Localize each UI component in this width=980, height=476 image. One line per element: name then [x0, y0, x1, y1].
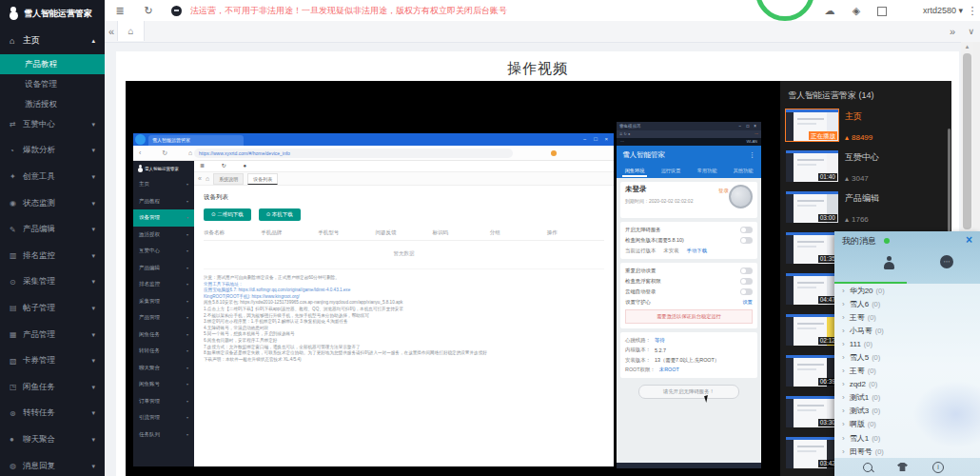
guard-row: 设置守护心 设置 [625, 297, 753, 307]
snowman-logo-icon [8, 7, 19, 21]
info-row: 心跳线路： 等待 [625, 335, 753, 346]
sidebar-item-label: 创意工具 [23, 171, 55, 183]
tabs-collapse-icon[interactable]: ∨ [968, 21, 974, 42]
message-icon[interactable] [171, 6, 182, 16]
contact-row[interactable]: › 华为20 (0) [834, 284, 980, 297]
table-header-cell: 标识码 [433, 229, 490, 236]
sidebar-item[interactable]: ◔ 爆款分析 ▾ [0, 138, 105, 165]
download-buttons: ⊙ 二维码下载 ⊙ 本机下载 [204, 208, 604, 221]
sidebar-item-label: 采集管理 [23, 276, 55, 288]
sidebar-item[interactable]: ✦ 创意工具 ▾ [0, 164, 105, 190]
sidebar-item[interactable]: ⊛ 转转任务 ▾ [0, 401, 105, 427]
chevron-right-icon: › [842, 380, 845, 388]
contact-list: › 华为20 (0) › 雪人6 (0) › 王哥 (0) › 小马哥 (0) … [834, 284, 980, 458]
browser-nav-icons: ‹ ↻ ⌂ [139, 146, 202, 160]
tab-home[interactable]: ⌂ [117, 21, 145, 41]
browser-app-content: ≣ ↻ ● « ⌂ 系统说明 设备列表 设备列表 ⊙ [194, 161, 614, 466]
scroll-up-icon[interactable]: ▴ [961, 43, 973, 50]
chat-title: 我的消息 [842, 235, 876, 248]
messages-tab-icon[interactable]: ⋯ [940, 255, 953, 268]
thumb-line [797, 123, 816, 125]
playlist-item[interactable]: 03:00 产品编辑 ▴ 1766 [780, 189, 951, 230]
login-link: 登录 [718, 188, 729, 194]
sidebar-item-icon: ✎ [10, 226, 23, 234]
activation-warning: 需要激活以保证后台稳定运行 [625, 309, 753, 324]
sidebar-item[interactable]: ◉ 状态监测 ▾ [0, 190, 105, 217]
close-icon[interactable]: × [966, 233, 972, 247]
sidebar-item[interactable]: ● 聊天聚合 ▾ [0, 426, 105, 453]
sidebar-item-label: 状态监测 [23, 198, 55, 209]
contact-row[interactable]: › 田哥号 (0) [834, 445, 980, 458]
video-surface[interactable]: 雪人智能运营管家 − □ × ‹ ↻ ⌂ https://www.xyxrtd.… [126, 81, 780, 476]
contact-row[interactable]: › 111 (0) [834, 337, 980, 350]
instruction-line: 闲鱼5.8.10安装包: https://yxdw2010-1251739965… [204, 300, 604, 307]
search-icon[interactable] [863, 463, 872, 472]
user-menu[interactable]: xrtd2580 ▾ [923, 0, 963, 21]
contact-row[interactable]: › 测试3 (0) [834, 405, 980, 418]
contact-row[interactable]: › 王哥 (0) [834, 365, 980, 378]
sidebar-item-icon: ⊙ [10, 278, 23, 287]
contact-row[interactable]: › 测试1 (0) [834, 391, 980, 405]
clothes-icon[interactable] [897, 463, 908, 471]
sidebar-item[interactable]: ⇄ 互赞中心 ▾ [0, 111, 105, 138]
tag-icon[interactable]: ◈ [849, 0, 864, 21]
thumb-line [797, 282, 824, 284]
toggle-label: 重复启动设置 [625, 268, 656, 274]
sidebar-item-home[interactable]: ⌂ 主页 ▴ [0, 27, 105, 54]
chevron-right-icon: › [842, 434, 845, 443]
menu-icon[interactable]: ≣ [112, 0, 127, 21]
browser-app-menu-item: 排名监控 ▾ [133, 276, 194, 293]
tabs-forward-icon[interactable]: » [950, 21, 955, 42]
tabs-back-icon[interactable]: « [108, 21, 114, 42]
chevron-down-icon: ▾ [186, 248, 188, 253]
more-icon[interactable]: ⋮ [965, 0, 980, 21]
thumb-line [797, 287, 816, 288]
announce-icon[interactable]: ☁ [822, 0, 837, 21]
contact-row[interactable]: › 小马哥 (0) [834, 324, 980, 337]
chevron-down-icon: ▾ [186, 215, 188, 220]
instructions-block: 注意：测试用户可自由删除绑定设备，正式用户绑定超60分钟可删除。常用工具下载地址… [204, 275, 604, 363]
sidebar-item[interactable]: ◳ 闲鱼任务 ▾ [0, 374, 105, 401]
contact-row[interactable]: › 王哥 (0) [834, 310, 980, 324]
playlist-header: 雪人智能运营管家 (14) [780, 81, 951, 108]
browser-app-tab: 系统说明 [213, 173, 244, 185]
contact-count: (0) [872, 434, 880, 443]
sidebar-item[interactable]: ▤ 帖子管理 ▾ [0, 295, 105, 322]
views-icon: ▴ [845, 215, 849, 224]
playlist-item[interactable]: 01:40 互赞中心 ▴ 3047 [780, 149, 951, 189]
sidebar-item[interactable]: ▦ 产品管理 ▾ [0, 322, 105, 348]
instruction-line: 注意：测试用户可自由删除绑定设备，正式用户绑定超60分钟可删除。 [204, 275, 604, 282]
browser-app-menu-label: 互赞中心 [139, 248, 160, 254]
sidebar-item[interactable]: ▥ 排名监控 ▾ [0, 243, 105, 269]
toggle-row: 开启无障碍服务 [625, 225, 753, 235]
refresh-icon[interactable]: ↻ [141, 0, 156, 21]
sidebar-item[interactable]: ◍ 消息回复 ▾ [0, 453, 105, 476]
sidebar-subitem[interactable]: 产品教程 [0, 54, 105, 74]
video-thumbnail: 01:40 [786, 150, 838, 182]
contact-row[interactable]: › zqd2 (0) [834, 378, 980, 391]
thumb-sidebar [786, 276, 794, 305]
phone-app-tab-label: 闲鱼环境 [625, 168, 645, 173]
contact-row[interactable]: › 雪人5 (0) [834, 350, 980, 364]
contact-row[interactable]: › 雪人1 (0) [834, 431, 980, 445]
sidebar-item-label: 爆款分析 [23, 145, 55, 156]
sidebar-item-icon: ▤ [10, 304, 23, 312]
playlist-item[interactable]: 正在播放 主页 ▴ 88499 [780, 108, 951, 149]
contact-row[interactable]: › 雪人6 (0) [834, 297, 980, 310]
sidebar-item[interactable]: ✎ 产品编辑 ▾ [0, 216, 105, 243]
device-table-header: 设备名称手机品牌手机型号问题反馈标识码分组操作 [204, 229, 604, 241]
info-icon[interactable]: i [932, 462, 944, 473]
guard-label: 设置守护心 [625, 299, 651, 306]
fullscreen-icon[interactable] [877, 7, 887, 16]
sidebar-item[interactable]: ⊙ 采集管理 ▾ [0, 269, 105, 296]
scrollbar-thumb[interactable] [963, 53, 971, 229]
sidebar-item[interactable]: ▧ 卡券管理 ▾ [0, 347, 105, 374]
sidebar-subitem[interactable]: 设备管理 [0, 74, 105, 94]
contacts-tab-icon[interactable] [883, 256, 894, 269]
contact-name: 测试3 [850, 406, 869, 416]
browser-app-menu-item: 产品管理 ▾ [133, 309, 194, 327]
contact-count: (0) [864, 340, 872, 348]
phone-app-tab: 其他功能 [725, 165, 761, 178]
contact-row[interactable]: › 啊版 (0) [834, 418, 980, 431]
chevron-down-icon: ▾ [91, 384, 95, 391]
